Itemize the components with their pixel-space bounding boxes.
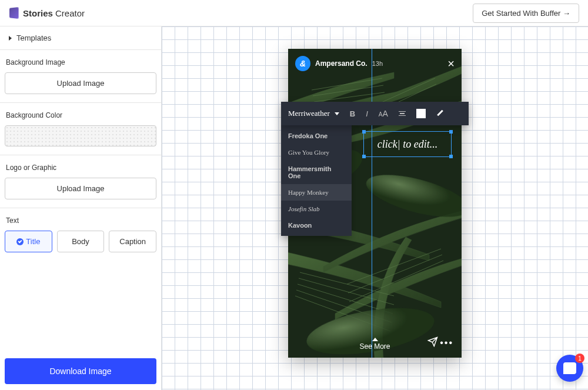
logo-text: Stories Creator <box>23 8 85 18</box>
text-section: Text Title Body Caption <box>0 208 161 261</box>
resize-handle[interactable] <box>449 155 453 158</box>
bold-button[interactable]: B <box>350 109 355 118</box>
close-icon[interactable]: × <box>447 57 455 71</box>
font-option[interactable]: Hammersmith One <box>281 161 352 184</box>
upload-bg-image-button[interactable]: Upload Image <box>5 72 156 94</box>
templates-label: Templates <box>16 34 51 42</box>
italic-button[interactable]: I <box>366 109 368 118</box>
logo-light: Creator <box>55 8 85 18</box>
edit-placeholder: click| to edit... <box>377 138 437 151</box>
bg-image-label: Background Image <box>5 58 156 66</box>
chat-bubble-icon <box>563 362 576 374</box>
resize-handle[interactable] <box>449 130 453 134</box>
chevron-right-icon <box>9 36 12 41</box>
text-edit-box[interactable]: click| to edit... <box>363 131 452 157</box>
chevron-down-icon <box>335 112 339 115</box>
background-image-section: Background Image Upload Image <box>0 50 161 103</box>
font-selected-label: Merriweather <box>288 109 330 118</box>
text-caption-chip[interactable]: Caption <box>109 231 156 252</box>
check-icon <box>16 238 24 245</box>
download-image-button[interactable]: Download Image <box>5 358 156 384</box>
logo: Stories Creator <box>9 8 85 18</box>
resize-handle[interactable] <box>362 130 366 134</box>
see-more-button[interactable]: See More <box>359 338 390 351</box>
pencil-icon[interactable] <box>436 109 445 118</box>
bg-color-picker[interactable] <box>5 125 156 146</box>
font-option[interactable]: Josefin Slab <box>281 201 352 217</box>
upload-logo-button[interactable]: Upload Image <box>5 178 156 199</box>
logo-strong: Stories <box>23 8 53 18</box>
text-color-button[interactable] <box>416 109 426 118</box>
canvas-area[interactable]: & Ampersand Co. 13h × Merriweather B I A… <box>162 26 588 390</box>
text-body-chip[interactable]: Body <box>57 231 105 252</box>
logo-section: Logo or Graphic Upload Image <box>0 155 161 208</box>
font-option[interactable]: Give You Glory <box>281 144 352 161</box>
background-color-section: Background Color <box>0 103 161 155</box>
see-more-label: See More <box>359 342 390 351</box>
text-body-label: Body <box>72 237 89 246</box>
font-size-button[interactable]: AA <box>379 109 388 118</box>
chat-badge: 1 <box>575 354 584 363</box>
story-footer: See More <box>288 338 462 351</box>
alignment-guide <box>372 49 372 358</box>
sidebar: Templates Background Image Upload Image … <box>0 26 162 390</box>
logo-label: Logo or Graphic <box>5 164 156 172</box>
text-caption-label: Caption <box>119 237 146 246</box>
align-button[interactable] <box>399 111 406 116</box>
app-header: Stories Creator Get Started With Buffer … <box>0 0 588 26</box>
font-dropdown: Fredoka One Give You Glory Hammersmith O… <box>281 125 352 236</box>
text-label: Text <box>5 216 156 225</box>
story-header: & Ampersand Co. 13h × <box>288 49 462 78</box>
font-option[interactable]: Happy Monkey <box>281 184 352 201</box>
story-preview[interactable]: & Ampersand Co. 13h × Merriweather B I A… <box>288 49 462 358</box>
get-started-button[interactable]: Get Started With Buffer → <box>473 4 579 23</box>
chevron-up-icon <box>372 338 378 341</box>
story-time: 13h <box>372 60 383 67</box>
chat-widget[interactable]: 1 <box>556 355 583 382</box>
text-toolbar: Merriweather B I AA <box>281 102 469 125</box>
templates-toggle[interactable]: Templates <box>0 26 161 50</box>
avatar: & <box>295 56 310 71</box>
account-name: Ampersand Co. <box>315 59 368 68</box>
resize-handle[interactable] <box>362 155 366 158</box>
text-title-chip[interactable]: Title <box>5 231 52 252</box>
logo-icon <box>9 7 19 19</box>
text-title-label: Title <box>26 237 40 246</box>
bg-color-label: Background Color <box>5 111 156 119</box>
font-option[interactable]: Kavoon <box>281 217 352 234</box>
font-selector[interactable]: Merriweather <box>288 109 339 118</box>
font-option[interactable]: Fredoka One <box>281 128 352 144</box>
